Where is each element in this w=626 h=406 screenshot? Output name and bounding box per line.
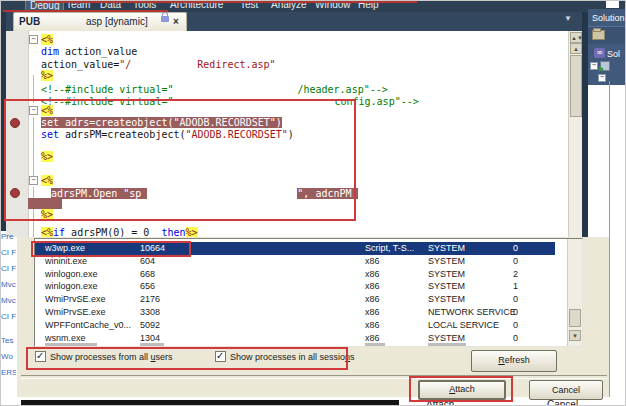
background-text-fragment: Wo bbox=[1, 352, 16, 361]
scroll-up-icon[interactable]: ▲ bbox=[570, 43, 582, 54]
process-user: LOCAL SERVICE bbox=[428, 319, 499, 332]
process-session: 2 bbox=[513, 268, 518, 281]
solution-explorer-title: Solution E bbox=[592, 13, 626, 23]
visual-studio-solution-icon: ∞ bbox=[594, 48, 605, 58]
process-row[interactable]: WmiPrvSE.exe2176x86SYSTEM0 bbox=[35, 293, 568, 306]
code-line: <% bbox=[41, 34, 53, 46]
process-session: 0 bbox=[513, 332, 518, 345]
solution-node-label[interactable]: Sol bbox=[607, 49, 620, 59]
process-user: SYSTEM bbox=[428, 293, 465, 306]
process-name: winlogon.exe bbox=[45, 268, 98, 281]
process-user: SYSTEM bbox=[428, 280, 465, 293]
clipped-row-artifact bbox=[428, 343, 466, 346]
project-icon bbox=[600, 61, 610, 71]
tab-title-prefix: PUB bbox=[19, 16, 40, 27]
cancel-button[interactable]: Cancel bbox=[529, 380, 603, 400]
annotation-line-menu-underline bbox=[3, 10, 168, 12]
code-line: dim action_value bbox=[41, 46, 137, 58]
annotation-rect-w3wp-row bbox=[31, 241, 191, 257]
attach-to-process-dialog: w3wp.exe10664Script, T-S...SYSTEM0winini… bbox=[17, 237, 609, 397]
process-user: NETWORK SERVICE bbox=[428, 306, 516, 319]
clipped-cancel-text: Cancel bbox=[547, 399, 578, 406]
document-tab[interactable]: PUB asp [dynamic] × bbox=[13, 12, 187, 32]
process-row[interactable]: WPFFontCache_v0...5092x86LOCAL SERVICE0 bbox=[35, 319, 568, 332]
annotation-rect-code-block bbox=[4, 99, 356, 221]
tab-title-suffix: asp [dynamic] bbox=[86, 16, 148, 27]
process-session: 1 bbox=[513, 280, 518, 293]
scrollbar-split-handle[interactable]: ▲▼ bbox=[570, 32, 582, 43]
code-fold-toggle[interactable] bbox=[29, 35, 38, 44]
process-pid: 2176 bbox=[140, 293, 160, 306]
solution-explorer-panel: Solution E ∞ Sol bbox=[588, 9, 626, 85]
scrollbar-thumb[interactable] bbox=[570, 55, 582, 117]
process-type: x86 bbox=[365, 306, 380, 319]
process-session: 0 bbox=[513, 319, 518, 332]
background-text-fragment: Pre bbox=[1, 232, 16, 241]
process-name: WPFFontCache_v0... bbox=[45, 319, 131, 332]
tab-close-icon[interactable]: × bbox=[173, 16, 179, 27]
process-row[interactable]: wsnm.exe1304x86SYSTEM0 bbox=[35, 332, 568, 345]
refresh-button[interactable]: Refresh bbox=[471, 350, 557, 372]
process-type: x86 bbox=[365, 268, 380, 281]
process-type: x86 bbox=[365, 319, 380, 332]
process-pid: 668 bbox=[140, 268, 155, 281]
process-pid: 656 bbox=[140, 280, 155, 293]
process-name: WmiPrvSE.exe bbox=[45, 306, 106, 319]
process-user: SYSTEM bbox=[428, 242, 465, 255]
process-session: 0 bbox=[513, 293, 518, 306]
solution-explorer-toolbar bbox=[588, 26, 626, 44]
window-edge-artifact bbox=[21, 400, 399, 405]
dialog-separator bbox=[21, 375, 607, 379]
folder-icon[interactable] bbox=[592, 30, 605, 40]
process-session: 0 bbox=[513, 306, 518, 319]
tree-collapse-toggle[interactable] bbox=[590, 62, 598, 70]
vs-ide-window: DebugTeamDataToolsArchitectureTestAnalyz… bbox=[0, 0, 626, 406]
process-type: Script, T-S... bbox=[365, 242, 414, 255]
process-session: 0 bbox=[513, 242, 518, 255]
background-text-fragment: ERS bbox=[1, 368, 16, 377]
tree-collapse-toggle[interactable] bbox=[598, 74, 606, 82]
process-type: x86 bbox=[365, 255, 380, 268]
process-user: SYSTEM bbox=[428, 268, 465, 281]
process-row[interactable]: winlogon.exe656x86SYSTEM1 bbox=[35, 280, 568, 293]
background-text-fragment: Mvc bbox=[1, 296, 16, 305]
background-text-fragment: CI F bbox=[1, 264, 16, 273]
process-type: x86 bbox=[365, 293, 380, 306]
background-text-fragment: Tes bbox=[1, 336, 16, 345]
chevron-down-icon[interactable]: ▼ bbox=[564, 14, 572, 23]
process-pid: 3308 bbox=[140, 306, 160, 319]
list-scrollbar[interactable]: ▼ bbox=[567, 239, 582, 346]
annotation-rect-checkboxes bbox=[26, 347, 348, 370]
lock-icon bbox=[161, 16, 169, 22]
background-text-fragment: CI F bbox=[1, 248, 16, 257]
window-artifact bbox=[606, 1, 619, 8]
code-line: <!--#include virtual="/header.asp"--> bbox=[41, 83, 388, 95]
editor-scrollbar[interactable]: ▲▼ ▲ bbox=[568, 31, 583, 237]
clipped-row-artifact bbox=[365, 343, 385, 346]
process-session: 0 bbox=[513, 255, 518, 268]
process-name: winlogon.exe bbox=[45, 280, 98, 293]
annotation-line-top bbox=[35, 1, 417, 3]
clipped-row-artifact bbox=[140, 343, 164, 346]
background-text-fragment: Mvc bbox=[1, 280, 16, 289]
scroll-down-icon[interactable]: ▼ bbox=[569, 330, 581, 341]
document-tab-strip: PUB asp [dynamic] × ▼ bbox=[1, 12, 588, 31]
process-pid: 5092 bbox=[140, 319, 160, 332]
clipped-row-artifact bbox=[45, 343, 97, 346]
code-line: action_value="/Redirect.asp" bbox=[41, 58, 276, 70]
process-row[interactable]: winlogon.exe668x86SYSTEM2 bbox=[35, 268, 568, 281]
process-row[interactable]: WmiPrvSE.exe3308x86NETWORK SERVICE0 bbox=[35, 306, 568, 319]
process-name: WmiPrvSE.exe bbox=[45, 293, 106, 306]
annotation-rect-attach bbox=[409, 376, 513, 402]
process-user: SYSTEM bbox=[428, 255, 465, 268]
scrollbar-thumb[interactable] bbox=[569, 309, 581, 327]
code-line: %> bbox=[41, 70, 53, 82]
code-line: <%if adrsPM(0) = 0 then%> bbox=[41, 227, 198, 237]
background-text-fragment: CI F bbox=[1, 312, 16, 321]
dialog-edge-line bbox=[609, 81, 610, 397]
process-type: x86 bbox=[365, 280, 380, 293]
